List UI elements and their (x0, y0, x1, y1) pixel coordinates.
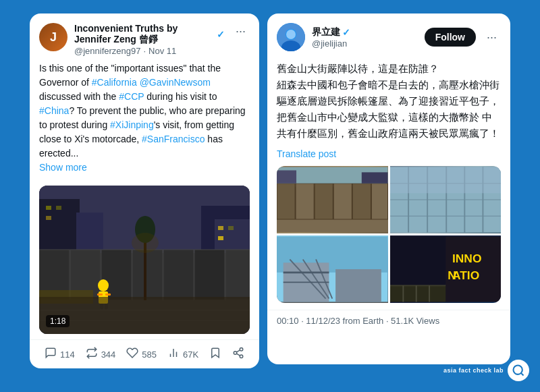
watermark-logo (508, 360, 529, 381)
svg-rect-55 (277, 170, 296, 183)
svg-rect-53 (371, 184, 387, 219)
retweet-count: 344 (101, 349, 116, 360)
right-tweet-card: 界立建 ✓ @jielijian Follow ··· 舊金山大街嚴陣以待，這是… (267, 13, 510, 364)
right-tweet-footer: 00:10 · 11/12/23 from Earth · 51.1K View… (267, 310, 510, 331)
svg-point-31 (132, 233, 159, 253)
svg-rect-33 (39, 297, 250, 334)
views-icon (167, 347, 180, 362)
right-tweet-header: 界立建 ✓ @jielijian Follow ··· (267, 13, 510, 58)
hashtag-ccp[interactable]: #CCP (119, 91, 144, 102)
left-tweet-date: Nov 11 (148, 46, 176, 56)
right-author-name-text: 界立建 (312, 26, 340, 38)
svg-rect-67 (390, 167, 502, 194)
svg-rect-17 (163, 250, 194, 300)
svg-rect-8 (46, 216, 51, 220)
svg-point-88 (514, 366, 522, 374)
svg-line-89 (521, 373, 524, 376)
svg-rect-9 (218, 226, 223, 230)
reply-count: 114 (60, 349, 75, 360)
reply-action[interactable]: 114 (45, 347, 75, 362)
left-tweet-card: J Inconvenient Truths by Jennifer Zeng 曾… (30, 13, 259, 368)
views-action[interactable]: 67K (167, 347, 198, 362)
left-author-name-text: Inconvenient Truths by Jennifer Zeng 曾錚 (74, 23, 215, 46)
right-verified-badge: ✓ (342, 27, 350, 38)
left-author-info: Inconvenient Truths by Jennifer Zeng 曾錚 … (74, 23, 225, 56)
svg-rect-56 (362, 172, 388, 183)
svg-rect-18 (194, 250, 225, 300)
right-author-handle: @jielijian (312, 38, 418, 49)
left-date-separator: · (143, 46, 146, 56)
right-author-avatar (277, 23, 305, 51)
left-author-handle-date: @jenniferzeng97 · Nov 11 (74, 46, 225, 56)
svg-rect-83 (390, 285, 446, 302)
svg-rect-6 (46, 206, 51, 210)
hashtag-xijinping[interactable]: #XiJinping (110, 119, 154, 130)
follow-button[interactable]: Follow (425, 28, 476, 47)
svg-point-39 (240, 355, 243, 358)
svg-rect-50 (315, 184, 333, 219)
right-tweet-body: 舊金山大街嚴陣以待，這是在防誰？ 紐森去中國和包子會暗不是白去的，高壓水槍沖街 … (267, 58, 510, 148)
retweet-icon (86, 347, 98, 362)
mention-gavinnewsom[interactable]: @GavinNewsom (140, 77, 211, 88)
left-tweet-menu[interactable]: ··· (232, 23, 250, 40)
svg-rect-26 (105, 293, 111, 296)
left-author-avatar: J (39, 23, 68, 51)
svg-rect-51 (333, 184, 352, 219)
retweet-action[interactable]: 344 (86, 347, 116, 362)
left-tweet-actions: 114 344 585 67K (30, 339, 259, 368)
share-icon (232, 347, 244, 362)
svg-rect-11 (218, 236, 223, 240)
svg-rect-52 (352, 184, 371, 219)
show-more-link[interactable]: Show more (39, 162, 87, 173)
right-tweet-menu[interactable]: ··· (483, 29, 501, 46)
svg-rect-10 (228, 226, 234, 230)
svg-point-45 (286, 30, 296, 39)
right-tweet-photos: INNO ATIO N (277, 166, 501, 303)
bookmark-icon (209, 347, 221, 362)
right-author-name: 界立建 ✓ (312, 26, 418, 38)
photo-1[interactable] (277, 166, 388, 233)
photo-4[interactable]: INNO ATIO N (390, 235, 502, 303)
hashtag-california[interactable]: #California (92, 77, 137, 88)
left-tweet-body: Is this one of the "important issues" th… (30, 56, 259, 180)
svg-rect-16 (132, 250, 163, 300)
share-action[interactable] (232, 347, 244, 362)
like-icon (126, 347, 138, 362)
watermark: asia fact check lab (443, 360, 529, 381)
photo-2[interactable] (390, 166, 502, 233)
left-verified-badge: ✓ (217, 29, 225, 40)
svg-text:INNO: INNO (452, 252, 481, 265)
right-author-info: 界立建 ✓ @jielijian (312, 26, 418, 49)
svg-rect-19 (225, 250, 250, 300)
svg-point-23 (98, 279, 109, 291)
video-duration: 1:18 (46, 315, 70, 327)
svg-text:ATIO: ATIO (452, 269, 479, 282)
left-tweet-header: J Inconvenient Truths by Jennifer Zeng 曾… (30, 13, 259, 56)
translate-post-link[interactable]: Translate post (267, 148, 510, 166)
reply-icon (45, 347, 57, 362)
svg-rect-71 (335, 269, 381, 302)
left-author-name: Inconvenient Truths by Jennifer Zeng 曾錚 … (74, 23, 225, 46)
like-count: 585 (142, 349, 157, 360)
left-author-handle: @jenniferzeng97 (74, 46, 140, 56)
watermark-text: asia fact check lab (443, 367, 504, 374)
svg-rect-7 (56, 206, 61, 210)
svg-text:N: N (448, 269, 456, 282)
bookmark-action[interactable] (209, 347, 221, 362)
left-tweet-video[interactable]: 1:18 (39, 186, 250, 334)
svg-rect-49 (296, 184, 314, 219)
right-handle-text: @jielijian (312, 38, 347, 49)
svg-point-37 (240, 348, 243, 352)
svg-line-41 (236, 350, 240, 352)
photo-3[interactable] (277, 235, 388, 303)
views-count: 67K (183, 349, 198, 360)
hashtag-china[interactable]: #China (39, 105, 69, 116)
svg-rect-25 (97, 293, 103, 296)
svg-line-40 (236, 354, 240, 356)
like-action[interactable]: 585 (126, 347, 157, 362)
hashtag-sanfrancisco[interactable]: #SanFrancisco (142, 134, 205, 144)
svg-point-38 (234, 352, 237, 355)
svg-rect-48 (277, 184, 295, 219)
